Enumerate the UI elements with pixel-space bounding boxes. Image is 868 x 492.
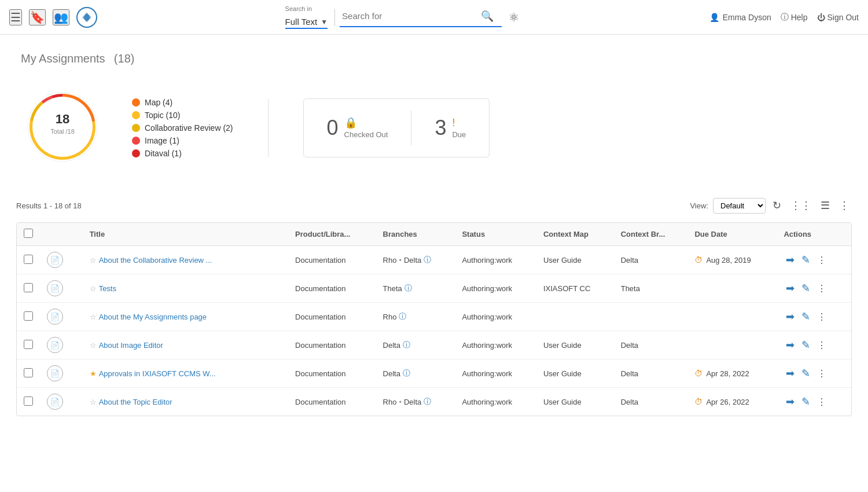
due-date-value: ⏱Aug 28, 2019 bbox=[694, 255, 770, 265]
edit-button-0[interactable]: ✎ bbox=[799, 252, 812, 267]
due-date-value: ⏱Apr 26, 2022 bbox=[694, 397, 770, 406]
checked-out-info: 🔒 Checked Out bbox=[344, 116, 388, 139]
team-button[interactable]: 👥 bbox=[53, 9, 69, 25]
edit-button-4[interactable]: ✎ bbox=[799, 366, 812, 381]
star-icon-3[interactable]: ☆ bbox=[90, 341, 97, 350]
legend-dot-collab bbox=[132, 124, 140, 132]
header-right: 👤 Emma Dyson ⓘ Help ⏻ Sign Out bbox=[709, 12, 859, 23]
more-button-2[interactable]: ⋮ bbox=[815, 310, 829, 324]
more-button-1[interactable]: ⋮ bbox=[815, 282, 829, 295]
hamburger-menu-button[interactable]: ☰ bbox=[9, 9, 22, 25]
branch-tag: Rho ⓘ bbox=[383, 311, 407, 322]
assign-button-3[interactable]: ➡ bbox=[784, 337, 797, 353]
due-count: 3 bbox=[435, 116, 446, 140]
row-due-date: ⏱Apr 26, 2022 bbox=[687, 388, 777, 416]
row-product: Documentation bbox=[288, 331, 376, 359]
branch-info-icon[interactable]: ⓘ bbox=[404, 283, 412, 293]
more-button-0[interactable]: ⋮ bbox=[815, 254, 829, 267]
row-checkbox-4[interactable] bbox=[24, 368, 33, 377]
help-button[interactable]: ⓘ Help bbox=[781, 12, 808, 23]
due-icon: ⏱ bbox=[694, 397, 703, 406]
signout-button[interactable]: ⏻ Sign Out bbox=[817, 13, 859, 22]
due-stat: 3 ! Due bbox=[435, 116, 466, 140]
user-name: Emma Dyson bbox=[723, 13, 771, 22]
row-product: Documentation bbox=[288, 359, 376, 388]
edit-button-3[interactable]: ✎ bbox=[799, 337, 812, 353]
edit-button-1[interactable]: ✎ bbox=[799, 281, 812, 296]
row-branches: Theta ⓘ bbox=[376, 274, 455, 303]
search-input[interactable] bbox=[340, 9, 479, 23]
star-icon-5[interactable]: ☆ bbox=[90, 398, 97, 406]
row-title-3[interactable]: About Image Editor bbox=[99, 341, 163, 350]
search-type-text: Full Text bbox=[285, 17, 318, 27]
status-text: Authoring:work bbox=[462, 398, 512, 406]
checked-out-label: Checked Out bbox=[344, 130, 388, 139]
assign-button-0[interactable]: ➡ bbox=[784, 252, 797, 267]
filter-button[interactable]: ⚛ bbox=[506, 8, 521, 27]
row-title-0[interactable]: About the Collaborative Review ... bbox=[99, 256, 212, 265]
filter-rows-button[interactable]: ☰ bbox=[818, 197, 832, 214]
branch-info-icon[interactable]: ⓘ bbox=[424, 255, 431, 265]
assign-button-5[interactable]: ➡ bbox=[784, 394, 797, 409]
search-button[interactable]: 🔍 bbox=[479, 8, 496, 25]
view-select[interactable]: Default Compact Detailed bbox=[713, 198, 766, 214]
row-checkbox-3[interactable] bbox=[24, 340, 33, 349]
row-checkbox-5[interactable] bbox=[24, 396, 33, 406]
branch-tag: Rho • Delta ⓘ bbox=[383, 255, 432, 265]
branch-tag: Rho • Delta ⓘ bbox=[383, 396, 432, 407]
row-context-map: User Guide bbox=[536, 359, 614, 388]
row-title-2[interactable]: About the My Assignments page bbox=[99, 313, 207, 321]
due-info: ! Due bbox=[452, 117, 466, 139]
logo[interactable] bbox=[76, 7, 97, 28]
branch-info-icon[interactable]: ⓘ bbox=[399, 311, 406, 322]
branch-name: Delta bbox=[404, 256, 421, 265]
row-checkbox-0[interactable] bbox=[24, 255, 33, 264]
results-section: Results 1 - 18 of 18 View: Default Compa… bbox=[16, 191, 852, 416]
th-context-br: Context Br... bbox=[614, 223, 688, 246]
row-actions: ➡ ✎ ⋮ bbox=[777, 359, 851, 388]
more-button-5[interactable]: ⋮ bbox=[815, 395, 829, 409]
columns-button[interactable]: ⋮⋮ bbox=[788, 197, 814, 214]
star-icon-1[interactable]: ☆ bbox=[90, 284, 97, 293]
row-title-5[interactable]: About the Topic Editor bbox=[99, 398, 172, 406]
row-title-4[interactable]: Approvals in IXIASOFT CCMS W... bbox=[99, 369, 216, 378]
branch-info-icon[interactable]: ⓘ bbox=[424, 396, 431, 407]
edit-button-2[interactable]: ✎ bbox=[799, 309, 812, 324]
assign-button-1[interactable]: ➡ bbox=[784, 281, 797, 296]
row-context-map bbox=[536, 303, 614, 331]
page-title: My Assignments (18) bbox=[16, 49, 852, 67]
branch-info-icon[interactable]: ⓘ bbox=[403, 368, 410, 379]
row-branches: Rho • Delta ⓘ bbox=[376, 388, 455, 416]
chevron-down-icon[interactable]: ▼ bbox=[321, 18, 328, 26]
due-icon: ⏱ bbox=[694, 369, 703, 378]
assign-button-2[interactable]: ➡ bbox=[784, 309, 797, 324]
table-row: 📄★Approvals in IXIASOFT CCMS W...Documen… bbox=[17, 359, 851, 388]
bookmark-button[interactable]: 🔖 bbox=[29, 9, 46, 25]
row-checkbox-2[interactable] bbox=[24, 311, 33, 321]
th-branches: Branches bbox=[376, 223, 455, 246]
row-product: Documentation bbox=[288, 388, 376, 416]
row-title-1[interactable]: Tests bbox=[99, 284, 116, 293]
more-button-3[interactable]: ⋮ bbox=[815, 339, 829, 352]
select-all-checkbox[interactable] bbox=[24, 229, 33, 238]
branch-tag: Theta ⓘ bbox=[383, 283, 412, 293]
branch-info-icon[interactable]: ⓘ bbox=[403, 340, 410, 350]
row-branches: Rho ⓘ bbox=[376, 303, 455, 331]
more-button-4[interactable]: ⋮ bbox=[815, 367, 829, 380]
edit-button-5[interactable]: ✎ bbox=[799, 394, 812, 409]
star-icon-0[interactable]: ☆ bbox=[90, 256, 97, 265]
search-divider bbox=[334, 9, 335, 26]
star-icon-2[interactable]: ☆ bbox=[90, 313, 97, 321]
refresh-button[interactable]: ↻ bbox=[770, 197, 784, 214]
star-icon-4[interactable]: ★ bbox=[90, 369, 97, 378]
row-product: Documentation bbox=[288, 246, 376, 274]
user-menu[interactable]: 👤 Emma Dyson bbox=[709, 13, 771, 22]
row-checkbox-1[interactable] bbox=[24, 283, 33, 292]
search-type-container: Full Text ▼ bbox=[285, 17, 328, 29]
chart-legend: Map (4) Topic (10) Collaborative Review … bbox=[132, 98, 233, 158]
assignments-table-container: Title Product/Libra... Branches Status C… bbox=[16, 222, 852, 416]
more-options-button[interactable]: ⋮ bbox=[837, 197, 852, 214]
assign-button-4[interactable]: ➡ bbox=[784, 366, 797, 381]
legend-item-map: Map (4) bbox=[132, 98, 233, 107]
branch-name: Theta bbox=[383, 284, 402, 293]
